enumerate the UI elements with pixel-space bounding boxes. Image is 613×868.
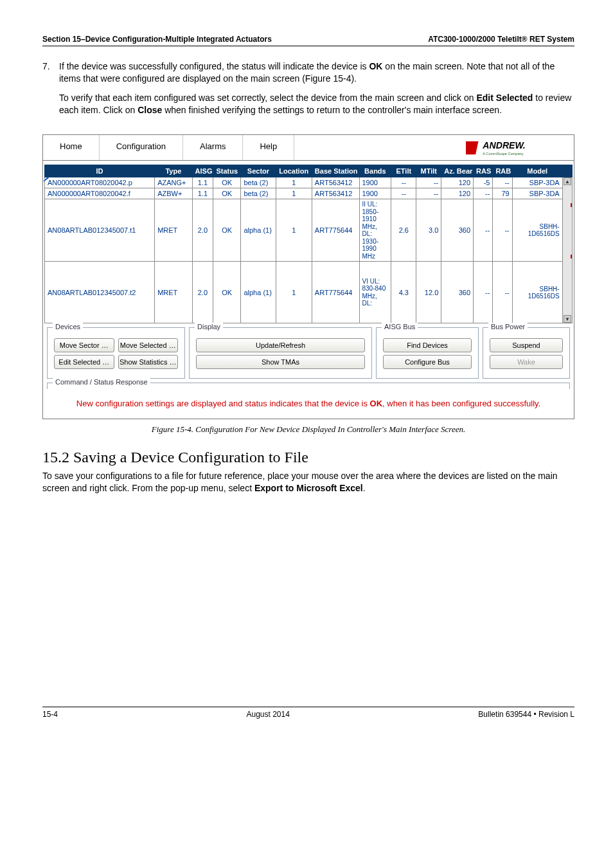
table-scrollbar[interactable]: ▲ ▼ — [562, 177, 572, 323]
move-sector-button[interactable]: Move Sector … — [54, 338, 114, 352]
update-refresh-button[interactable]: Update/Refresh — [196, 338, 365, 352]
move-selected-button[interactable]: Move Selected … — [118, 338, 179, 352]
command-status-panel: Command / Status Response — [47, 383, 570, 389]
bus-power-legend: Bus Power — [488, 323, 528, 330]
page-header: Section 15–Device Configuration-Multiple… — [42, 35, 574, 46]
step-para-2: To verify that each item configured was … — [59, 92, 574, 117]
display-panel: Display Update/Refresh Show TMAs — [189, 327, 372, 379]
scrollbar-header — [562, 165, 572, 177]
suspend-button[interactable]: Suspend — [490, 338, 563, 352]
figure-caption: Figure 15-4. Configuration For New Devic… — [42, 424, 574, 435]
configure-bus-button[interactable]: Configure Bus — [383, 355, 472, 369]
devices-panel: Devices Move Sector … Edit Selected … Mo… — [47, 327, 185, 379]
menu-help[interactable]: Help — [243, 135, 294, 160]
scroll-down-icon[interactable]: ▼ — [564, 315, 571, 323]
bus-power-panel: Bus Power Suspend Wake — [483, 327, 570, 379]
page-footer: 15-4 August 2014 Bulletin 639544 • Revis… — [42, 707, 574, 719]
command-status-legend: Command / Status Response — [53, 378, 150, 386]
svg-text:ANDREW.: ANDREW. — [482, 140, 525, 150]
step-para-1: If the device was successfully configure… — [59, 60, 574, 86]
scroll-marker-icon — [571, 255, 573, 258]
section-body: To save your configurations to a file fo… — [42, 470, 574, 495]
svg-rect-0 — [466, 141, 479, 154]
brand-logo: ANDREW. A CommScope Company — [461, 135, 574, 160]
section-heading: 15.2 Saving a Device Configuration to Fi… — [42, 449, 574, 466]
devices-legend: Devices — [53, 323, 83, 330]
header-left: Section 15–Device Configuration-Multiple… — [42, 35, 272, 44]
edit-indicator-icon — [43, 175, 49, 181]
menu-home[interactable]: Home — [43, 135, 100, 160]
find-devices-button[interactable]: Find Devices — [383, 338, 472, 352]
table-row[interactable]: AN000000ART08020042.pAZANG+1.1OKbeta (2)… — [45, 177, 573, 188]
step-number: 7. — [42, 60, 59, 123]
table-header-row: ID Type AISG Status Sector Location Base… — [45, 165, 573, 177]
scroll-marker-icon — [571, 203, 573, 207]
svg-text:A CommScope Company: A CommScope Company — [483, 152, 523, 156]
col-type[interactable]: Type — [155, 165, 192, 177]
table-row[interactable]: AN08ARTLAB012345007.t1MRET2.0OKalpha (1)… — [45, 199, 573, 262]
col-rab[interactable]: RAB — [493, 165, 512, 177]
app-menubar: Home Configuration Alarms Help ANDREW. A… — [43, 135, 574, 161]
show-statistics-button[interactable]: Show Statistics … — [118, 355, 179, 369]
menu-configuration[interactable]: Configuration — [100, 135, 183, 160]
aisg-bus-panel: AISG Bus Find Devices Configure Bus — [376, 327, 479, 379]
col-bearing[interactable]: Az. Bearing — [441, 165, 474, 177]
aisg-legend: AISG Bus — [382, 323, 418, 330]
col-sector[interactable]: Sector — [241, 165, 276, 177]
col-base[interactable]: Base Station ID — [312, 165, 359, 177]
edit-selected-button[interactable]: Edit Selected … — [54, 355, 114, 369]
status-message: New configuration settings are displayed… — [43, 393, 574, 419]
footer-right: Bulletin 639544 • Revision L — [478, 710, 574, 719]
col-mtilt[interactable]: MTilt — [416, 165, 441, 177]
display-legend: Display — [195, 323, 223, 330]
col-aisg[interactable]: AISG — [192, 165, 213, 177]
menu-alarms[interactable]: Alarms — [183, 135, 243, 160]
col-etilt[interactable]: ETilt — [391, 165, 416, 177]
col-status[interactable]: Status — [213, 165, 241, 177]
table-row[interactable]: AN08ARTLAB012345007.t2MRET2.0OKalpha (1)… — [45, 262, 573, 323]
col-bands[interactable]: Bands — [359, 165, 391, 177]
show-tmas-button[interactable]: Show TMAs — [196, 355, 365, 369]
footer-center: August 2014 — [247, 710, 290, 719]
wake-button[interactable]: Wake — [490, 355, 563, 369]
col-model[interactable]: Model — [512, 165, 562, 177]
col-location[interactable]: Location — [276, 165, 312, 177]
app-window: Home Configuration Alarms Help ANDREW. A… — [42, 134, 574, 419]
scroll-up-icon[interactable]: ▲ — [564, 177, 571, 185]
footer-left: 15-4 — [42, 710, 58, 719]
col-ras[interactable]: RAS — [474, 165, 493, 177]
col-id[interactable]: ID — [45, 165, 155, 177]
header-right: ATC300-1000/2000 Teletilt® RET System — [428, 35, 574, 44]
table-row[interactable]: AN000000ART08020042.fAZBW+1.1OKbeta (2)1… — [45, 188, 573, 199]
device-table[interactable]: ID Type AISG Status Sector Location Base… — [44, 165, 573, 323]
